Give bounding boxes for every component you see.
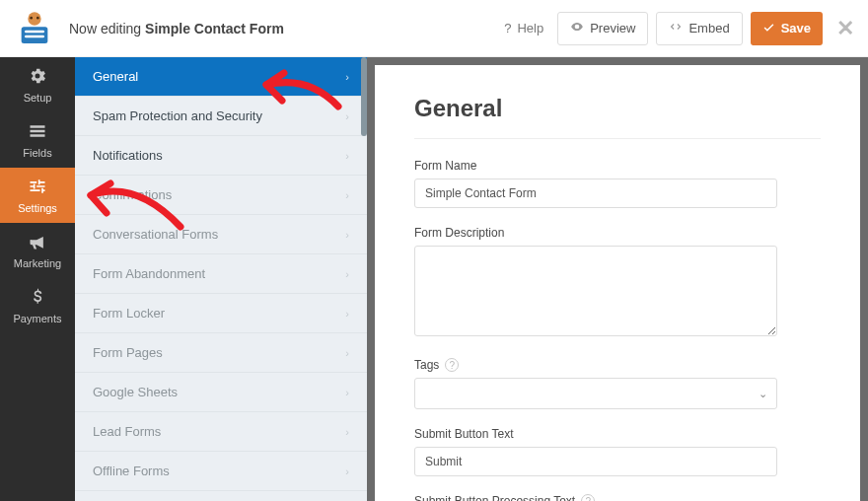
sidebar-item-offline[interactable]: Offline Forms ›	[75, 452, 367, 491]
sliders-icon	[28, 177, 47, 198]
eye-icon	[570, 20, 584, 36]
svg-rect-5	[25, 35, 44, 37]
field-tags: Tags ? ⌄	[414, 358, 821, 409]
help-icon: ?	[504, 21, 511, 36]
sidebar-item-spam[interactable]: Spam Protection and Security ›	[75, 97, 367, 136]
sidebar-item-locker[interactable]: Form Locker ›	[75, 294, 367, 333]
rail-label: Settings	[18, 202, 57, 214]
close-icon: ✕	[836, 16, 854, 40]
chevron-right-icon: ›	[345, 347, 349, 359]
chevron-right-icon: ›	[345, 308, 349, 320]
sidebar-scrollbar[interactable]	[361, 57, 367, 136]
rail-label: Fields	[23, 147, 51, 159]
embed-label: Embed	[688, 21, 729, 36]
tags-label: Tags ?	[414, 358, 821, 372]
embed-button[interactable]: Embed	[656, 12, 742, 45]
wpforms-logo	[14, 8, 55, 49]
form-name-label: Form Name	[414, 159, 821, 173]
chevron-right-icon: ›	[345, 387, 349, 398]
sidebar-item-label: Notifications	[93, 148, 163, 163]
sidebar-item-label: Lead Forms	[93, 424, 161, 439]
chevron-right-icon: ›	[345, 268, 349, 280]
sidebar-item-label: Google Sheets	[93, 385, 178, 399]
chevron-right-icon: ›	[345, 150, 349, 162]
editing-prefix: Now editing	[69, 21, 145, 36]
sidebar-item-label: Spam Protection and Security	[93, 108, 262, 123]
save-label: Save	[781, 21, 811, 36]
main-outer: General Form Name Form Description Tags …	[367, 57, 868, 501]
left-rail: Setup Fields Settings Marketing Payments	[0, 57, 75, 501]
divider	[414, 138, 821, 139]
svg-point-2	[36, 16, 39, 19]
sidebar-item-label: Form Pages	[93, 345, 163, 360]
rail-label: Payments	[14, 313, 62, 324]
sidebar-item-abandonment[interactable]: Form Abandonment ›	[75, 254, 367, 294]
panel-heading: General	[414, 95, 821, 122]
sidebar-item-label: Offline Forms	[93, 464, 170, 478]
help-link[interactable]: ? Help	[504, 21, 543, 36]
chevron-right-icon: ›	[345, 465, 349, 477]
svg-point-0	[28, 12, 40, 25]
form-desc-label: Form Description	[414, 226, 821, 240]
sidebar-item-notifications[interactable]: Notifications ›	[75, 136, 367, 176]
submit-text-label: Submit Button Text	[414, 427, 821, 441]
sidebar-item-label: Conversational Forms	[93, 227, 218, 242]
svg-rect-4	[25, 30, 44, 32]
rail-label: Marketing	[14, 257, 61, 269]
topbar: Now editing Simple Contact Form ? Help P…	[0, 0, 868, 57]
chevron-right-icon: ›	[345, 71, 349, 83]
rail-label: Setup	[24, 92, 52, 104]
sidebar-item-general[interactable]: General ›	[75, 57, 367, 97]
list-icon	[28, 121, 47, 143]
editing-label: Now editing Simple Contact Form	[69, 21, 284, 36]
chevron-right-icon: ›	[345, 426, 349, 438]
tags-select[interactable]	[414, 378, 777, 409]
rail-settings[interactable]: Settings	[0, 168, 75, 223]
preview-button[interactable]: Preview	[557, 12, 648, 45]
rail-payments[interactable]: Payments	[0, 278, 75, 333]
chevron-right-icon: ›	[345, 189, 349, 201]
settings-panel: General Form Name Form Description Tags …	[375, 65, 860, 501]
sidebar-item-conversational[interactable]: Conversational Forms ›	[75, 215, 367, 254]
rail-marketing[interactable]: Marketing	[0, 223, 75, 278]
code-icon	[669, 20, 683, 36]
field-submit-text: Submit Button Text	[414, 427, 821, 476]
field-submit-proc: Submit Button Processing Text ?	[414, 494, 821, 501]
sidebar-item-label: Form Abandonment	[93, 266, 205, 281]
megaphone-icon	[28, 232, 47, 253]
preview-label: Preview	[590, 21, 635, 36]
help-label: Help	[517, 21, 543, 36]
editing-form-name: Simple Contact Form	[145, 21, 284, 36]
help-icon[interactable]: ?	[445, 358, 459, 372]
close-button[interactable]: ✕	[836, 16, 854, 41]
save-button[interactable]: Save	[751, 12, 823, 45]
chevron-right-icon: ›	[345, 110, 349, 122]
svg-point-1	[30, 16, 33, 19]
help-icon[interactable]: ?	[581, 494, 595, 501]
rail-setup[interactable]: Setup	[0, 57, 75, 112]
settings-sidebar: General › Spam Protection and Security ›…	[75, 57, 367, 501]
sidebar-item-confirmations[interactable]: Confirmations ›	[75, 176, 367, 215]
field-form-name: Form Name	[414, 159, 821, 208]
sidebar-item-label: Form Locker	[93, 306, 165, 321]
sidebar-item-google-sheets[interactable]: Google Sheets ›	[75, 373, 367, 412]
form-desc-textarea[interactable]	[414, 246, 777, 336]
submit-text-input[interactable]	[414, 447, 777, 476]
submit-proc-label: Submit Button Processing Text ?	[414, 494, 821, 501]
gear-icon	[28, 66, 47, 88]
field-form-desc: Form Description	[414, 226, 821, 340]
dollar-icon	[28, 287, 47, 309]
sidebar-item-label: Confirmations	[93, 187, 172, 202]
sidebar-item-lead-forms[interactable]: Lead Forms ›	[75, 412, 367, 452]
rail-fields[interactable]: Fields	[0, 112, 75, 168]
sidebar-item-label: General	[93, 69, 138, 84]
check-icon	[762, 21, 775, 36]
form-name-input[interactable]	[414, 179, 777, 208]
sidebar-item-pages[interactable]: Form Pages ›	[75, 333, 367, 373]
chevron-right-icon: ›	[345, 229, 349, 241]
